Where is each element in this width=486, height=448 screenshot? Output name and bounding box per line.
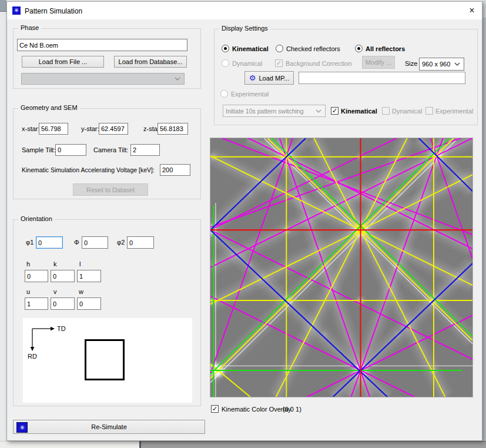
y-star-label: y-star: bbox=[81, 125, 99, 132]
all-reflectors-label: All reflectors bbox=[366, 45, 405, 52]
checked-reflectors-label: Checked reflectors bbox=[286, 45, 340, 52]
sample-tilt-label: Sample Tilt: bbox=[22, 146, 55, 153]
modify-button[interactable]: Modify ... bbox=[362, 56, 395, 69]
w-label: w bbox=[79, 288, 83, 295]
phi1-label: φ1 bbox=[26, 239, 33, 246]
re-simulate-icon: ✳ bbox=[16, 422, 28, 433]
gear-icon: ⚙ bbox=[249, 73, 256, 82]
kinematic-color-overlay-label: Kinematic Color Overlay bbox=[222, 406, 291, 413]
phase-group-label: Phase bbox=[18, 24, 41, 31]
pattern-simulation-dialog: ✳ Pattern Simulation × Phase Load from F… bbox=[6, 1, 482, 441]
background-left-top-block bbox=[0, 0, 6, 12]
app-icon: ✳ bbox=[12, 6, 21, 15]
kinematical-checkbox-label: Kinematical bbox=[341, 108, 377, 115]
td-axis-label: TD bbox=[57, 325, 66, 332]
re-simulate-button[interactable]: ✳ Re-Simulate bbox=[13, 420, 205, 434]
k-field[interactable] bbox=[51, 270, 75, 282]
h-label: h bbox=[26, 260, 30, 268]
geometry-group-label: Geometry and SEM bbox=[18, 104, 80, 111]
load-mp-label: Load MP... bbox=[259, 75, 289, 82]
h-field[interactable] bbox=[25, 270, 48, 282]
kinematic-color-overlay-checkbox[interactable]: ✓ bbox=[211, 405, 219, 413]
re-simulate-label: Re-Simulate bbox=[91, 423, 127, 430]
l-field[interactable] bbox=[77, 270, 101, 282]
voltage-label: Kinematic Simulation Accelerating Voltag… bbox=[22, 166, 155, 173]
background-correction-label: Background Correction bbox=[286, 60, 352, 67]
kinematical-checkbox[interactable]: ✓ bbox=[331, 107, 338, 115]
background-bottom-left bbox=[0, 441, 139, 448]
phi2-label: φ2 bbox=[117, 239, 125, 246]
background-left-strip bbox=[0, 0, 6, 448]
chevron-down-icon bbox=[454, 62, 460, 66]
l-label: l bbox=[79, 260, 81, 268]
zone-axis-label: (0 0 1) bbox=[283, 406, 301, 413]
reset-to-dataset-label: Reset to Dataset bbox=[86, 186, 135, 193]
v-label: v bbox=[53, 288, 57, 295]
Phi-label: Φ bbox=[74, 239, 79, 246]
orientation-diagram: TD RD bbox=[23, 318, 192, 403]
dynamical-radio[interactable] bbox=[222, 59, 229, 67]
kinematical-radio[interactable] bbox=[222, 45, 229, 52]
phase-combobox[interactable] bbox=[21, 73, 185, 85]
phi2-field[interactable] bbox=[127, 236, 154, 249]
u-label: u bbox=[26, 288, 30, 295]
experimental-checkbox-label: Experimental bbox=[435, 108, 473, 115]
modify-label: Modify ... bbox=[366, 59, 392, 66]
size-combobox[interactable]: 960 x 960 bbox=[419, 58, 464, 71]
orientation-group-label: Orientation bbox=[18, 215, 55, 222]
pattern-svg bbox=[210, 138, 472, 397]
close-icon: × bbox=[469, 5, 474, 16]
camera-tilt-field[interactable] bbox=[130, 144, 160, 156]
sample-tilt-field[interactable] bbox=[55, 144, 86, 156]
chevron-down-icon bbox=[316, 109, 321, 113]
load-from-file-label: Load from File ... bbox=[39, 58, 88, 65]
screen: ✳ Pattern Simulation × Phase Load from F… bbox=[0, 0, 486, 448]
dynamical-radio-label: Dynamical bbox=[232, 60, 262, 67]
load-from-file-button[interactable]: Load from File ... bbox=[22, 56, 104, 68]
check-icon: ✓ bbox=[332, 108, 337, 114]
pattern-image bbox=[210, 138, 473, 397]
v-field[interactable] bbox=[51, 297, 75, 310]
dynamical-checkbox-label: Dynamical bbox=[392, 108, 422, 115]
Phi-field[interactable] bbox=[82, 236, 108, 249]
background-right-strip bbox=[482, 0, 486, 448]
experimental-radio[interactable] bbox=[220, 90, 228, 98]
pattern-switching-combobox[interactable]: Initiate 10s pattern switching bbox=[223, 105, 326, 117]
mp-path-field[interactable] bbox=[299, 72, 465, 84]
background-right-top bbox=[482, 0, 486, 18]
kinematical-radio-label: Kinematical bbox=[232, 45, 269, 52]
all-reflectors-radio[interactable] bbox=[355, 45, 363, 52]
voltage-field[interactable] bbox=[160, 164, 190, 176]
w-field[interactable] bbox=[77, 297, 101, 310]
re-simulate-icon-glyph: ✳ bbox=[19, 424, 25, 431]
size-label: Size bbox=[405, 60, 417, 67]
title-bar[interactable]: ✳ Pattern Simulation × bbox=[7, 2, 482, 19]
pattern-switching-value: Initiate 10s pattern switching bbox=[226, 108, 304, 115]
z-star-field[interactable] bbox=[157, 123, 188, 135]
x-star-label: x-star: bbox=[22, 125, 40, 132]
app-icon-glyph: ✳ bbox=[14, 8, 19, 14]
background-correction-checkbox[interactable]: ✓ bbox=[275, 59, 283, 67]
phase-material-field[interactable] bbox=[17, 39, 187, 51]
load-from-database-label: Load from Database... bbox=[119, 58, 183, 65]
camera-tilt-label: Camera Tilt: bbox=[93, 146, 128, 153]
reset-to-dataset-button[interactable]: Reset to Dataset bbox=[73, 183, 148, 196]
y-star-field[interactable] bbox=[99, 123, 128, 135]
rd-axis-label: RD bbox=[28, 353, 37, 360]
chevron-down-icon bbox=[175, 77, 180, 81]
x-star-field[interactable] bbox=[39, 123, 68, 135]
background-bottom-divider bbox=[139, 441, 141, 448]
experimental-radio-label: Experimental bbox=[231, 91, 269, 98]
close-button[interactable]: × bbox=[464, 4, 480, 18]
axes-arrows-icon: TD RD bbox=[26, 320, 79, 367]
load-mp-button[interactable]: ⚙ Load MP... bbox=[244, 71, 294, 85]
dynamical-checkbox[interactable] bbox=[382, 107, 390, 115]
experimental-checkbox[interactable] bbox=[425, 107, 433, 115]
sample-outline-square bbox=[85, 339, 125, 380]
phi1-field[interactable] bbox=[36, 236, 63, 249]
checked-reflectors-radio[interactable] bbox=[276, 45, 283, 52]
check-icon: ✓ bbox=[276, 60, 281, 66]
display-settings-group-label: Display Settings bbox=[219, 25, 270, 32]
u-field[interactable] bbox=[25, 297, 48, 310]
load-from-database-button[interactable]: Load from Database... bbox=[114, 56, 187, 68]
